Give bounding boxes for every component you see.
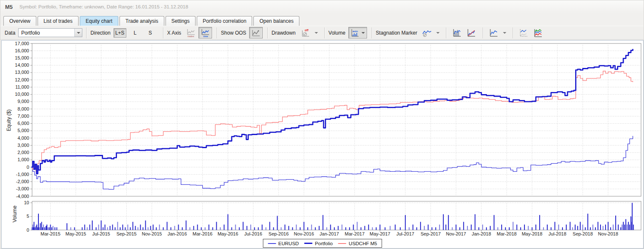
direction-s-button[interactable]: S <box>144 28 157 38</box>
volume-bar <box>54 227 55 230</box>
legend-item-usdchf-m5: USDCHF M5 <box>338 241 377 246</box>
multi-series-chart-button[interactable] <box>531 27 545 38</box>
volume-bar <box>156 227 157 230</box>
y-tick-label: 8,000 <box>17 106 29 111</box>
direction-ls-button[interactable]: L+S <box>114 28 126 38</box>
volume-bar <box>587 214 588 230</box>
volume-bar <box>150 226 151 230</box>
volume-bar <box>43 225 44 230</box>
drawdown-button[interactable]: off <box>299 27 312 38</box>
data-select[interactable]: Portfolio <box>18 28 82 37</box>
scale-compare-button[interactable] <box>517 27 530 38</box>
result-badge: M5 <box>5 4 13 10</box>
line-trend-chart-button[interactable] <box>465 27 478 38</box>
volume-bar <box>520 227 521 230</box>
volume-bar <box>615 216 616 230</box>
volume-bar <box>580 222 581 230</box>
oos-chart-icon <box>251 28 261 38</box>
volume-bar <box>46 226 46 230</box>
stagnation-dropdown-arrow[interactable] <box>435 28 441 38</box>
legend-item-eurusd: EURUSD <box>268 241 299 246</box>
volume-button[interactable]: auto <box>348 27 367 38</box>
volume-bar <box>509 227 510 230</box>
y-tick-label: 17,000 <box>15 41 29 46</box>
volume-bar <box>627 225 628 230</box>
volume-bar <box>368 225 369 230</box>
bars-line-chart-button[interactable] <box>450 27 464 38</box>
y-tick-label: -1,000 <box>16 172 29 177</box>
volume-bar <box>186 220 187 230</box>
volume-bar <box>577 226 578 230</box>
toolbar: Data Portfolio Direction L+S L S X Axis … <box>0 26 644 40</box>
volume-bar <box>558 225 559 230</box>
volume-bar <box>463 222 464 230</box>
x-tick-label: Sep-2018 <box>573 231 593 236</box>
volume-bar <box>178 225 179 230</box>
show-oos-button[interactable] <box>249 27 263 38</box>
volume-bar <box>330 225 331 230</box>
tab-list-of-trades[interactable]: List of trades <box>38 16 79 26</box>
volume-bar <box>416 227 417 230</box>
volume-bar <box>385 227 386 230</box>
volume-bar <box>159 225 160 230</box>
y-tick-label: 2,000 <box>17 150 29 155</box>
volume-bar <box>52 227 52 230</box>
volume-bar <box>228 214 228 230</box>
volume-bar <box>250 225 251 230</box>
volume-bar <box>585 227 586 230</box>
volume-bar <box>432 227 432 230</box>
toolbar-separator <box>163 27 163 38</box>
volume-bar <box>497 227 498 230</box>
volume-bar <box>243 222 244 230</box>
tab-open-balances[interactable]: Open balances <box>253 16 299 26</box>
volume-y-tick-label: 0 <box>27 227 29 233</box>
volume-bar <box>193 226 194 230</box>
volume-bar <box>605 225 606 230</box>
x-tick-label: Mar-2018 <box>497 231 516 236</box>
volume-bar <box>122 225 123 230</box>
volume-bar <box>92 220 93 230</box>
toolbar-separator <box>86 27 87 38</box>
chevron-down-icon[interactable] <box>74 29 82 37</box>
volume-bar <box>231 227 232 230</box>
volume-bar <box>376 227 377 230</box>
volume-bar <box>148 227 149 230</box>
volume-bar <box>40 223 41 230</box>
xaxis-time-button[interactable]: time <box>198 27 212 38</box>
y-tick-label: 4,000 <box>17 135 29 141</box>
tab-equity-chart[interactable]: Equity chart <box>80 16 118 26</box>
stagnation-marker-label: Stagnation Marker <box>376 30 417 36</box>
volume-bar <box>42 227 43 230</box>
volume-bar <box>590 227 591 230</box>
volume-bar <box>82 227 83 230</box>
svg-text:off: off <box>304 29 309 32</box>
volume-bar <box>342 225 342 230</box>
drawdown-dropdown-arrow[interactable] <box>313 28 320 38</box>
volume-bar <box>247 226 247 230</box>
tab-portfolio-correlation[interactable]: Portfolio correlation <box>197 16 252 26</box>
volume-bar <box>145 220 146 230</box>
tab-overview[interactable]: Overview <box>3 16 36 26</box>
equity-chart-svg[interactable]: -4,000-3,000-2,000-1,00001,0002,0003,000… <box>2 41 643 248</box>
line-chart-button[interactable] <box>487 27 500 38</box>
y-tick-label: 13,000 <box>15 70 29 75</box>
line-chart-dropdown-arrow[interactable] <box>501 28 508 38</box>
xaxis-trades-button[interactable]: trades <box>184 27 198 38</box>
tab-settings[interactable]: Settings <box>166 16 196 26</box>
volume-bar <box>582 225 583 230</box>
volume-bar <box>163 227 164 230</box>
volume-bar <box>486 227 487 230</box>
y-tick-label: 0 <box>27 165 29 170</box>
stagnation-marker-button[interactable] <box>420 27 434 38</box>
data-label: Data <box>5 30 15 36</box>
direction-l-button[interactable]: L <box>129 28 141 38</box>
volume-bar <box>628 222 629 230</box>
volume-bar <box>633 225 634 230</box>
y-tick-label: 1,000 <box>17 157 29 162</box>
x-tick-label: Nov-2018 <box>598 231 618 236</box>
volume-bar <box>311 225 312 230</box>
tab-trade-analysis[interactable]: Trade analysis <box>120 16 164 26</box>
volume-bar <box>46 225 47 230</box>
volume-bar <box>224 225 225 230</box>
legend-item-portfolio: Portfolio <box>304 241 333 246</box>
